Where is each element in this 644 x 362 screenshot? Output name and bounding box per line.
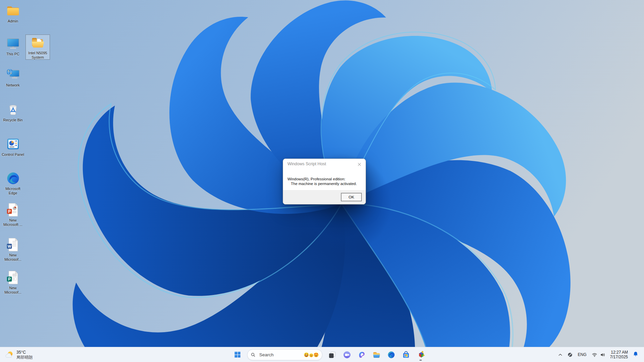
desktop-icon-label: New — [1, 218, 25, 223]
dialog-close-button[interactable] — [356, 161, 363, 168]
desktop-icon-this-pc[interactable]: This PC — [1, 36, 25, 56]
language-indicator[interactable]: ENG — [575, 352, 590, 357]
windows-desktop: P W P — [0, 0, 644, 362]
windows-script-host-dialog: Windows Script Host Windows(R), Professi… — [283, 159, 366, 204]
dialog-message-line1: Windows(R), Professional edition: — [287, 177, 361, 181]
chat-icon — [343, 351, 351, 359]
weather-widget[interactable]: 35°C 局部晴朗 — [0, 347, 37, 362]
desktop-icon-new-word[interactable]: NewMicrosof... — [1, 237, 25, 262]
publisher-document-icon — [6, 270, 20, 285]
system-tray: ENG 12:27 AM 7/17/2025 — [555, 347, 641, 362]
dialog-button-strip: OK — [283, 190, 366, 204]
copilot-button[interactable] — [355, 348, 368, 361]
desktop-icon-label: Admin — [1, 19, 25, 23]
cube-key-icon — [417, 351, 425, 359]
tray-date: 7/17/2025 — [610, 355, 628, 360]
desktop-icon-recycle-bin[interactable]: Recycle Bin — [1, 102, 25, 122]
no-internet-indicator[interactable] — [565, 348, 575, 361]
globe-slash-icon — [567, 352, 573, 358]
desktop-icon-control-panel[interactable]: Control Panel — [1, 136, 25, 157]
file-explorer-button[interactable] — [370, 348, 383, 361]
copilot-icon — [358, 351, 366, 359]
desktop-icon-admin[interactable]: Admin — [1, 3, 25, 23]
taskbar: 35°C 局部晴朗 — [0, 347, 644, 362]
taskbar-center — [230, 347, 428, 362]
edge-button[interactable] — [384, 348, 398, 361]
activator-app-button[interactable] — [414, 348, 427, 361]
task-view-button[interactable] — [325, 348, 339, 361]
start-button[interactable] — [231, 348, 244, 361]
ok-button[interactable]: OK — [341, 193, 362, 201]
desktop-icon-label: Control Panel — [1, 153, 25, 157]
folder-with-document-icon — [31, 35, 45, 50]
wifi-icon — [592, 352, 597, 358]
clock[interactable]: 12:27 AM 7/17/2025 — [607, 350, 631, 360]
dialog-title: Windows Script Host — [287, 162, 326, 166]
taskbar-search[interactable] — [247, 349, 322, 360]
bell-icon — [633, 351, 639, 357]
microsoft-store-button[interactable] — [399, 348, 413, 361]
dialog-message-line2: The machine is permanently activated. — [287, 181, 361, 186]
control-panel-icon — [6, 137, 20, 152]
close-icon — [357, 162, 362, 167]
sun-behind-cloud-icon — [5, 350, 14, 359]
file-explorer-icon — [372, 351, 381, 359]
desktop-icon-intel-n5095-system[interactable]: Intel N5095System — [25, 35, 50, 60]
desktop-icon-label: Intel N5095 — [25, 51, 50, 55]
running-indicator — [420, 360, 422, 361]
edge-icon — [6, 171, 20, 186]
speaker-icon — [600, 352, 605, 358]
windows-logo-icon — [234, 351, 241, 358]
heart-eyes-emoji-icon — [313, 352, 319, 358]
weather-temperature: 35°C — [16, 350, 33, 355]
weather-condition: 局部晴朗 — [16, 355, 33, 360]
dialog-titlebar[interactable]: Windows Script Host — [283, 159, 366, 169]
this-pc-icon — [6, 36, 20, 51]
powerpoint-document-icon — [6, 202, 20, 217]
desktop-icon-new-powerpoint[interactable]: NewMicrosoft ... — [1, 202, 25, 227]
chat-button[interactable] — [340, 348, 354, 361]
dialog-message: Windows(R), Professional edition: The ma… — [283, 169, 366, 186]
network-volume-button[interactable] — [590, 348, 607, 361]
desktop-icon-label: This PC — [1, 52, 25, 56]
store-icon — [402, 351, 410, 359]
network-icon — [6, 67, 20, 82]
task-view-icon — [328, 351, 336, 359]
edge-icon — [387, 351, 395, 359]
folder-icon — [6, 3, 20, 18]
chevron-up-icon — [557, 352, 563, 358]
desktop-icon-microsoft-edge[interactable]: MicrosoftEdge — [1, 170, 25, 195]
word-document-icon — [6, 237, 20, 252]
grinning-face-emoji-icon — [304, 352, 309, 358]
desktop-icon-label: Network — [1, 83, 25, 87]
search-icon — [251, 352, 256, 357]
desktop-icon-label: New — [1, 286, 25, 290]
notification-center-button[interactable] — [631, 351, 641, 358]
recycle-bin-icon — [6, 102, 20, 117]
neutral-face-emoji-icon — [309, 353, 314, 358]
search-input[interactable] — [259, 352, 293, 358]
desktop-icon-new-publisher[interactable]: NewMicrosof... — [1, 269, 25, 295]
desktop-icon-label: Recycle Bin — [1, 118, 25, 122]
tray-overflow-button[interactable] — [555, 348, 565, 361]
tray-time: 12:27 AM — [610, 350, 628, 355]
desktop-icon-label: New — [1, 253, 25, 257]
desktop-icon-label: Microsoft — [1, 187, 25, 191]
search-emoji-highlights[interactable] — [304, 352, 319, 358]
desktop-icon-network[interactable]: Network — [1, 67, 25, 87]
